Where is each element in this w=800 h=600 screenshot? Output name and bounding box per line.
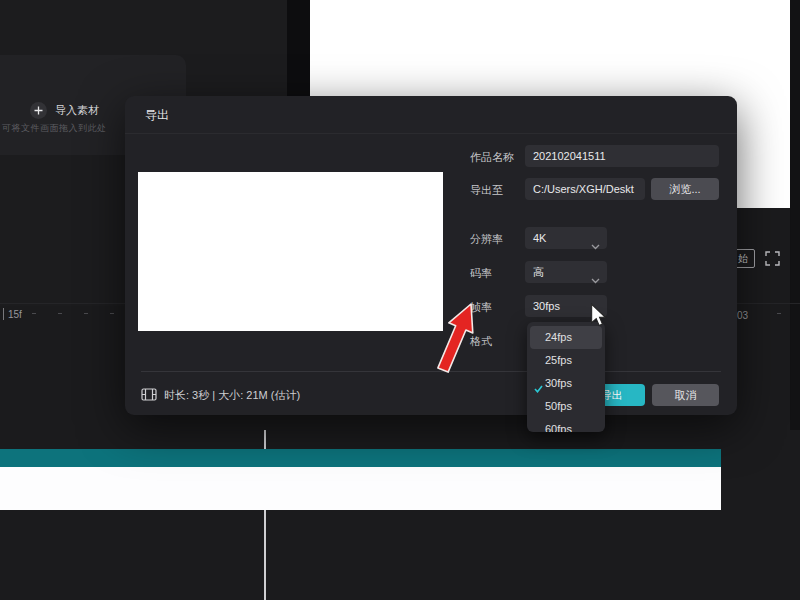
option-label: 50fps [545, 400, 572, 412]
browse-button[interactable]: 浏览... [651, 178, 719, 200]
resolution-select[interactable]: 4K [525, 227, 607, 249]
framerate-option-24fps[interactable]: 24fps [530, 326, 602, 349]
chevron-down-icon [591, 269, 600, 291]
framerate-option-50fps[interactable]: 50fps [530, 395, 602, 418]
import-material-button[interactable]: 导入素材 [30, 102, 99, 119]
name-field-label: 作品名称 [470, 150, 514, 165]
red-arrow-annotation [424, 296, 486, 388]
ruler-tick [84, 313, 88, 314]
drop-hint-text: 可将文件画面拖入到此处 [2, 122, 130, 135]
bitrate-select[interactable]: 高 [525, 261, 607, 283]
ruler-tick [110, 313, 114, 314]
framerate-option-25fps[interactable]: 25fps [530, 349, 602, 372]
ruler-tick [3, 308, 4, 320]
name-input[interactable]: 202102041511 [525, 145, 719, 167]
timeline-clip-white[interactable] [0, 467, 721, 510]
summary-text: 时长: 3秒 | 大小: 21M (估计) [164, 388, 300, 403]
framerate-value: 30fps [533, 300, 560, 312]
bitrate-value: 高 [533, 266, 544, 278]
playhead[interactable] [264, 510, 266, 600]
resolution-value: 4K [533, 232, 546, 244]
framerate-option-60fps[interactable]: 60fps [530, 418, 602, 432]
ruler-tick [32, 313, 36, 314]
plus-icon [30, 102, 47, 119]
ruler-label-right: 03 [737, 310, 748, 321]
export-summary: 时长: 3秒 | 大小: 21M (估计) [141, 384, 300, 406]
ruler-tick [58, 313, 62, 314]
option-label: 25fps [545, 354, 572, 366]
bitrate-field-label: 码率 [470, 266, 492, 281]
ruler-tick [777, 313, 781, 314]
film-icon [141, 388, 157, 403]
export-preview-thumbnail [138, 172, 443, 331]
option-label: 60fps [545, 423, 572, 432]
framerate-option-30fps[interactable]: 30fps [530, 372, 602, 395]
panel-separator [287, 0, 310, 96]
cancel-button[interactable]: 取消 [652, 384, 719, 406]
window-edge [790, 0, 800, 430]
mouse-cursor [589, 303, 607, 327]
dialog-title: 导出 [145, 96, 169, 134]
import-material-label: 导入素材 [55, 103, 99, 118]
fullscreen-icon[interactable] [765, 251, 780, 270]
option-label: 30fps [545, 377, 572, 389]
dialog-header: 导出 [125, 96, 737, 134]
path-field-label: 导出至 [470, 183, 503, 198]
framerate-dropdown-menu: 24fps 25fps 30fps 50fps 60fps [527, 322, 605, 432]
resolution-field-label: 分辨率 [470, 232, 503, 247]
ruler-label-left: 15f [8, 309, 22, 320]
chevron-down-icon [591, 235, 600, 257]
timeline-clip-teal[interactable] [0, 449, 721, 467]
export-path-input[interactable]: C:/Users/XGH/Deskt [525, 178, 645, 200]
scale-button-label: 始 [738, 252, 748, 266]
app-window: 导入素材 可将文件画面拖入到此处 始 15f 03 导出 作品名称 202102… [0, 0, 800, 600]
option-label: 24fps [545, 331, 572, 343]
